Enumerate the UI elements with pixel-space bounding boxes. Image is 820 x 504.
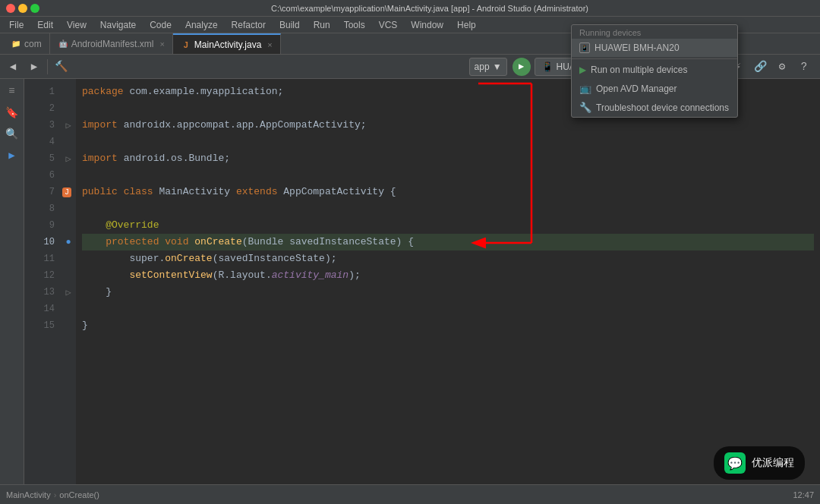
sidebar-run[interactable]: ▶ <box>3 146 21 164</box>
status-time: 12:47 <box>793 490 814 499</box>
menu-navigate[interactable]: Navigate <box>94 18 142 32</box>
toolbar-sep1 <box>47 59 48 74</box>
attach-btn[interactable]: 🔗 <box>750 57 770 77</box>
code-line-11: super.onCreate(savedInstanceState); <box>82 250 814 267</box>
run-config-chevron: ▼ <box>493 61 502 72</box>
code-line-13: } <box>82 284 814 301</box>
dropdown-troubleshoot[interactable]: 🔧 Troubleshoot device connections <box>572 98 737 117</box>
gutter-11 <box>61 250 76 267</box>
line-numbers: 1 2 3 4 5 6 7 8 9 10 11 12 13 14 15 <box>24 79 61 484</box>
gutter-13: ▷ <box>61 284 76 301</box>
tab-project-label: com <box>24 39 42 49</box>
troubleshoot-icon: 🔧 <box>579 102 591 113</box>
device-icon: 📱 <box>541 61 554 72</box>
dropdown-divider <box>572 58 737 59</box>
tab-project-com[interactable]: 📁 com <box>3 33 50 54</box>
line-num-11: 11 <box>44 250 55 267</box>
settings-btn[interactable]: ⚙ <box>772 57 792 77</box>
build-btn[interactable]: 🔨 <box>51 57 71 77</box>
code-line-8 <box>82 200 814 217</box>
sidebar-structure[interactable]: ≡ <box>3 82 21 100</box>
window-title: C:\com\example\myapplication\MainActivit… <box>46 4 814 13</box>
gutter-2 <box>61 100 76 117</box>
line-num-12: 12 <box>44 267 55 284</box>
code-line-15: } <box>82 317 814 334</box>
dropdown-troubleshoot-label: Troubleshoot device connections <box>596 102 729 113</box>
tab-mainactivity-label: MainActivity.java <box>194 39 261 50</box>
menu-window[interactable]: Window <box>405 18 449 32</box>
breadcrumb: MainActivity › onCreate() <box>6 490 99 499</box>
fold-icon-13[interactable]: ▷ <box>65 287 71 298</box>
tab-androidmanifest[interactable]: 🤖 AndroidManifest.xml × <box>50 33 173 54</box>
menu-file[interactable]: File <box>3 18 30 32</box>
line-num-10: 10 <box>44 234 55 250</box>
code-line-5: import android.os.Bundle; <box>82 150 814 167</box>
code-line-4 <box>82 134 814 150</box>
dropdown-open-avd[interactable]: 📺 Open AVD Manager <box>572 79 737 98</box>
sidebar-bookmark[interactable]: 🔖 <box>3 103 21 121</box>
device-phone-icon: 📱 <box>579 43 590 53</box>
menu-vcs[interactable]: VCS <box>373 18 404 32</box>
run-config-selector[interactable]: app ▼ <box>469 58 507 76</box>
run-button[interactable]: ▶ <box>512 58 531 76</box>
close-button[interactable] <box>6 4 15 13</box>
menu-tools[interactable]: Tools <box>338 18 371 32</box>
help-icon-btn[interactable]: ? <box>794 57 814 77</box>
dropdown-device-huawei[interactable]: 📱 HUAWEI BMH-AN20 <box>572 39 737 57</box>
code-content[interactable]: package com.example.myapplication; impor… <box>76 79 820 484</box>
gutter-1 <box>61 83 76 100</box>
line-num-9: 9 <box>49 217 55 234</box>
run-config-label: app <box>475 61 490 72</box>
forward-btn[interactable]: ▶ <box>24 57 44 77</box>
line-num-14: 14 <box>44 301 55 317</box>
back-btn[interactable]: ◀ <box>3 57 23 77</box>
tab-mainactivity-close[interactable]: × <box>267 40 272 49</box>
tab-mainactivity[interactable]: J MainActivity.java × <box>173 33 281 54</box>
dropdown-section-running: Running devices <box>572 25 737 39</box>
fold-icon-5[interactable]: ▷ <box>65 153 71 165</box>
menu-analyze[interactable]: Analyze <box>179 18 224 32</box>
menu-edit[interactable]: Edit <box>31 18 59 32</box>
menu-help[interactable]: Help <box>451 18 482 32</box>
project-icon: 📁 <box>11 39 21 49</box>
gutter-12 <box>61 267 76 284</box>
line-num-7: 7 <box>49 184 55 200</box>
avd-icon: 📺 <box>579 83 591 94</box>
code-line-6 <box>82 167 814 184</box>
code-area: 1 2 3 4 5 6 7 8 9 10 11 12 13 14 15 ▷ ▷ <box>24 79 820 484</box>
gutter-5: ▷ <box>61 150 76 167</box>
menu-build[interactable]: Build <box>273 18 306 32</box>
minimize-button[interactable] <box>18 4 27 13</box>
breadcrumb-oncreate: onCreate() <box>59 490 99 499</box>
code-line-12: setContentView(R.layout.activity_main); <box>82 267 814 284</box>
maximize-button[interactable] <box>30 4 39 13</box>
left-sidebar: ≡ 🔖 🔍 ▶ <box>0 79 24 484</box>
menu-run[interactable]: Run <box>308 18 336 32</box>
tab-manifest-close[interactable]: × <box>159 39 164 49</box>
dropdown-device-label: HUAWEI BMH-AN20 <box>594 43 680 53</box>
gutter-4 <box>61 134 76 150</box>
dropdown-run-multiple[interactable]: ▶ Run on multiple devices <box>572 61 737 79</box>
line-num-4: 4 <box>49 134 55 150</box>
line-num-8: 8 <box>49 200 55 217</box>
code-line-7: public class MainActivity extends AppCom… <box>82 184 814 200</box>
line-num-2: 2 <box>49 100 55 117</box>
status-bar: MainActivity › onCreate() 12:47 <box>0 484 820 504</box>
menu-refactor[interactable]: Refactor <box>226 18 272 32</box>
code-line-3: import androidx.appcompat.app.AppCompatA… <box>82 117 814 134</box>
gutter-8 <box>61 200 76 217</box>
sidebar-inspect[interactable]: 🔍 <box>3 124 21 143</box>
run-indicator[interactable]: ● <box>65 237 71 247</box>
run-multiple-icon: ▶ <box>579 65 586 75</box>
menu-view[interactable]: View <box>61 18 93 32</box>
gutter-9 <box>61 217 76 234</box>
fold-icon-3[interactable]: ▷ <box>65 120 71 131</box>
gutter-3: ▷ <box>61 117 76 134</box>
menu-code[interactable]: Code <box>144 18 178 32</box>
code-line-14 <box>82 301 814 317</box>
window-controls[interactable] <box>6 4 39 13</box>
gutter-6 <box>61 167 76 184</box>
line-num-3: 3 <box>49 117 55 134</box>
gutter: ▷ ▷ J ● ▷ <box>61 79 76 484</box>
breadcrumb-sep: › <box>54 490 57 499</box>
